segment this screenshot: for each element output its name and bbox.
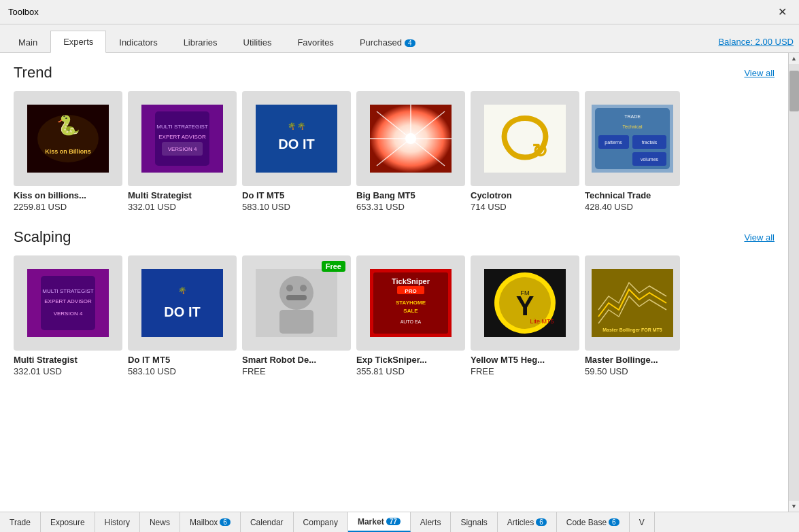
status-item-company[interactable]: Company <box>294 512 348 532</box>
product-image-kob: 🐍 Kiss on Billions <box>14 91 122 186</box>
svg-text:DO IT: DO IT <box>278 137 314 152</box>
close-button[interactable]: ✕ <box>774 4 791 20</box>
svg-text:Y: Y <box>516 291 534 321</box>
product-card-doit[interactable]: 🌴 🌴 DO IT Do IT MT5583.10 USD <box>242 91 351 212</box>
tab-libraries[interactable]: Libraries <box>171 31 231 53</box>
svg-point-45 <box>279 276 313 310</box>
status-item-market[interactable]: Market77 <box>348 512 411 532</box>
product-card-ticksniper[interactable]: TickSniper PRO STAYHOME SALE AUTO EA Exp… <box>356 255 465 376</box>
product-name-technical: Technical Trade <box>585 190 680 200</box>
status-item-codebase[interactable]: Code Base6 <box>557 512 630 532</box>
svg-text:🐍: 🐍 <box>56 114 80 137</box>
svg-text:volumes: volumes <box>641 157 659 162</box>
product-image-doit: 🌴 🌴 DO IT <box>242 91 351 186</box>
svg-text:Technical: Technical <box>622 124 643 129</box>
section-title-scalping: Scalping <box>14 228 71 246</box>
tab-experts[interactable]: Experts <box>50 31 106 53</box>
svg-text:EXPERT ADVISOR: EXPERT ADVISOR <box>158 134 206 140</box>
svg-text:VERSION 4: VERSION 4 <box>54 311 83 317</box>
svg-rect-23 <box>484 105 566 173</box>
status-item-articles[interactable]: Articles6 <box>498 512 557 532</box>
tab-utilities[interactable]: Utilities <box>231 31 285 53</box>
product-price-kob: 2259.81 USD <box>14 202 122 212</box>
product-name-ms: Multi Strategist <box>128 190 237 200</box>
tab-badge-purchased: 4 <box>405 39 415 47</box>
product-card-yellow[interactable]: FM Y Lite MT5 Yellow MT5 Heg...FREE <box>471 255 579 376</box>
svg-point-46 <box>286 285 293 291</box>
scroll-thumb[interactable] <box>789 71 799 111</box>
product-price-bollinger: 59.50 USD <box>585 366 680 376</box>
tab-favorites[interactable]: Favorites <box>284 31 346 53</box>
svg-text:SALE: SALE <box>403 308 418 314</box>
svg-rect-48 <box>286 295 307 300</box>
status-item-calendar[interactable]: Calendar <box>241 512 294 532</box>
product-image-bollinger: Master Bollinger FOR MT5 <box>585 255 680 351</box>
section-scalping: ScalpingView all MULTI STRATEGIST EXPERT… <box>14 228 775 376</box>
free-badge-robot: Free <box>322 261 345 272</box>
product-price-doit: 583.10 USD <box>242 202 351 212</box>
svg-text:PRO: PRO <box>405 288 416 294</box>
product-grid-scalping: MULTI STRATEGIST EXPERT ADVISOR VERSION … <box>14 255 775 376</box>
svg-text:🌴 🌴: 🌴 🌴 <box>288 122 307 130</box>
status-item-alerts[interactable]: Alerts <box>411 512 452 532</box>
status-item-news[interactable]: News <box>140 512 180 532</box>
product-price-doit2: 583.10 USD <box>128 366 237 376</box>
svg-text:AUTO EA: AUTO EA <box>401 319 422 324</box>
product-card-bollinger[interactable]: Master Bollinger FOR MT5 Master Bollinge… <box>585 255 680 376</box>
product-card-bigbang[interactable]: Big Bang MT5653.31 USD <box>356 91 465 212</box>
product-image-ms: MULTI STRATEGIST EXPERT ADVISOR VERSION … <box>128 91 237 186</box>
product-price-cyclotron: 714 USD <box>471 202 579 212</box>
product-price-ticksniper: 355.81 USD <box>356 366 465 376</box>
svg-text:Lite MT5: Lite MT5 <box>530 318 554 325</box>
product-card-kob[interactable]: 🐍 Kiss on Billions Kiss on billions...22… <box>14 91 122 212</box>
product-card-technical[interactable]: TRADE Technical patterns fractals volume… <box>585 91 680 212</box>
section-title-trend: Trend <box>14 64 52 82</box>
scroll-down-button[interactable]: ▼ <box>789 501 800 512</box>
main-content: TrendView all 🐍 Kiss on Billions Kiss on… <box>0 53 799 512</box>
status-badge-market: 77 <box>386 518 401 525</box>
product-price-ms: 332.01 USD <box>128 202 237 212</box>
product-name-ticksniper: Exp TickSniper... <box>356 355 465 365</box>
product-card-ms[interactable]: MULTI STRATEGIST EXPERT ADVISOR VERSION … <box>128 91 237 212</box>
product-name-doit2: Do IT MT5 <box>128 355 237 365</box>
status-item-trade[interactable]: Trade <box>0 512 41 532</box>
product-name-kob: Kiss on billions... <box>14 190 122 200</box>
product-image-yellow: FM Y Lite MT5 <box>471 255 579 351</box>
product-card-doit2[interactable]: 🌴 DO IT Do IT MT5583.10 USD <box>128 255 237 376</box>
product-image-cyclotron: ↻ <box>471 91 579 186</box>
svg-text:fractals: fractals <box>642 140 658 145</box>
product-card-robot[interactable]: FreeSmart Robot De...FREE <box>242 255 351 376</box>
product-card-ms2[interactable]: MULTI STRATEGIST EXPERT ADVISOR VERSION … <box>14 255 122 376</box>
view-all-trend[interactable]: View all <box>744 68 775 78</box>
svg-rect-41 <box>141 269 223 337</box>
product-name-doit: Do IT MT5 <box>242 190 351 200</box>
content-area: TrendView all 🐍 Kiss on Billions Kiss on… <box>0 53 788 512</box>
svg-point-47 <box>300 285 307 291</box>
product-card-cyclotron[interactable]: ↻ Cyclotron714 USD <box>471 91 579 212</box>
title-bar: Toolbox ✕ <box>0 0 799 24</box>
status-badge-codebase: 6 <box>609 518 619 526</box>
svg-text:patterns: patterns <box>605 140 622 145</box>
product-name-bigbang: Big Bang MT5 <box>356 190 465 200</box>
product-image-robot: Free <box>242 255 351 351</box>
status-item-signals[interactable]: Signals <box>451 512 497 532</box>
tab-main[interactable]: Main <box>5 31 50 53</box>
product-name-robot: Smart Robot De... <box>242 355 351 365</box>
balance-link[interactable]: Balance: 2.00 USD <box>718 37 794 52</box>
status-item-mailbox[interactable]: Mailbox6 <box>180 512 241 532</box>
view-all-scalping[interactable]: View all <box>744 232 775 243</box>
scroll-up-button[interactable]: ▲ <box>789 53 800 64</box>
status-item-vps[interactable]: V <box>630 512 655 532</box>
svg-text:TickSniper: TickSniper <box>392 277 430 285</box>
tab-purchased[interactable]: Purchased4 <box>347 31 428 53</box>
status-item-exposure[interactable]: Exposure <box>41 512 95 532</box>
svg-text:DO IT: DO IT <box>164 304 200 319</box>
tab-indicators[interactable]: Indicators <box>106 31 170 53</box>
app-title: Toolbox <box>8 7 39 17</box>
product-image-doit2: 🌴 DO IT <box>128 255 237 351</box>
svg-text:TRADE: TRADE <box>624 114 641 119</box>
svg-text:Master Bollinger FOR MT5: Master Bollinger FOR MT5 <box>602 327 662 333</box>
svg-text:🌴: 🌴 <box>178 286 187 295</box>
status-badge-articles: 6 <box>536 518 547 526</box>
status-item-history[interactable]: History <box>95 512 140 532</box>
